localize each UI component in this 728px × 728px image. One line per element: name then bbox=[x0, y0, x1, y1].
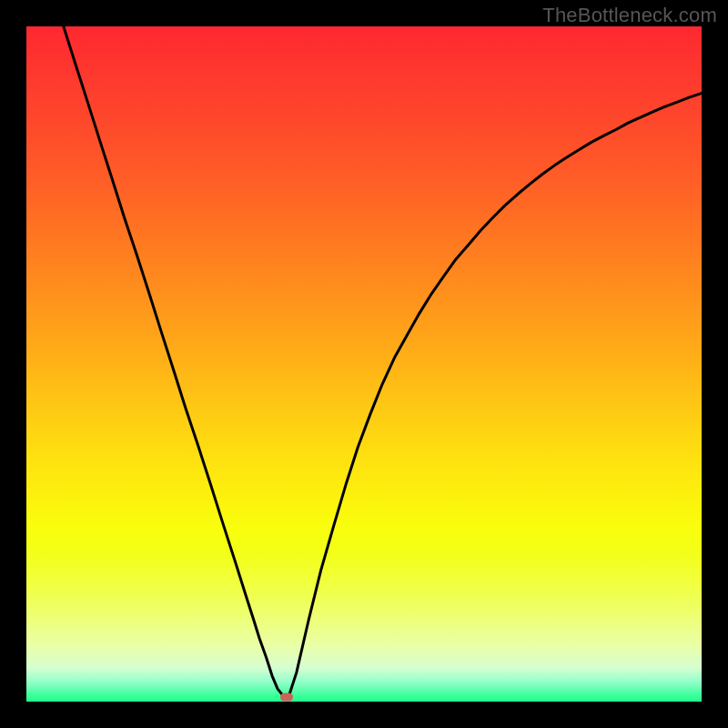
watermark-text: TheBottleneck.com bbox=[542, 4, 717, 27]
curve-left-branch bbox=[64, 26, 283, 695]
optimum-marker bbox=[280, 693, 293, 701]
chart-plot-area bbox=[26, 26, 702, 702]
curve-right-branch bbox=[289, 93, 702, 695]
